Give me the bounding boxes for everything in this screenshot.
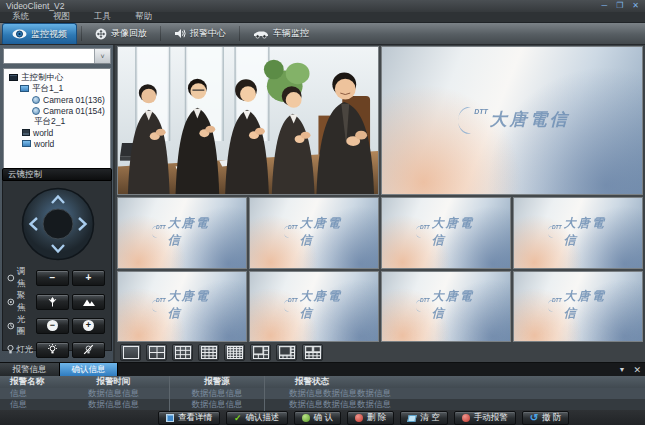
layout-button[interactable] — [172, 344, 193, 361]
toolbar-separator — [160, 26, 161, 41]
logo-abbr: DTT — [474, 108, 488, 115]
grid-layout-icon — [175, 346, 191, 359]
menu-tools[interactable]: 工具 — [82, 11, 123, 23]
server-icon — [22, 129, 30, 136]
minimize-button[interactable]: ─ — [601, 1, 607, 11]
layout-button[interactable] — [198, 344, 219, 361]
tab-alarm-center[interactable]: 报警中心 — [165, 23, 235, 44]
ptz-panel-header[interactable]: 云镜控制 — [2, 168, 112, 181]
tree-item-label: Camera 01(136) — [43, 95, 105, 105]
view-details-button[interactable]: 查看详情 — [158, 411, 220, 425]
datang-logo: DTT 大唐電信 — [414, 215, 478, 249]
layout-button[interactable] — [276, 344, 297, 361]
flower-near-focus-icon — [48, 297, 57, 307]
video-cell-logo[interactable]: DTT 大唐電信 — [117, 271, 247, 343]
tree-item-camera-136[interactable]: Camera 01(136) — [4, 94, 110, 105]
toolbar-separator — [81, 26, 82, 41]
check-icon: ✓ — [234, 413, 242, 423]
clear-button[interactable]: 清 空 — [400, 411, 447, 425]
iris-close-button[interactable]: − — [36, 318, 69, 334]
chevron-down-icon[interactable]: ˅ — [94, 49, 110, 63]
confirm-button[interactable]: 确 认 — [294, 411, 341, 425]
tab-alarm-info[interactable]: 报警信息 — [0, 363, 60, 376]
tab-vehicle-monitor[interactable]: 车辆监控 — [244, 23, 318, 44]
platform-monitor-icon — [22, 140, 31, 147]
tab-playback[interactable]: 录像回放 — [86, 23, 156, 44]
camera-icon — [32, 96, 40, 104]
green-dot-icon — [302, 414, 310, 422]
layout-button[interactable] — [302, 344, 323, 361]
layout-button[interactable] — [250, 344, 271, 361]
video-cell-logo[interactable]: DTT 大唐電信 — [513, 271, 643, 343]
tree-item-label: Camera 01(154) — [43, 106, 105, 116]
tree-item-platform1[interactable]: 平台1_1 — [4, 83, 110, 94]
video-cell-logo[interactable]: DTT 大唐電信 — [117, 197, 247, 269]
tree-item-control-center[interactable]: 主控制中心 — [4, 72, 110, 83]
maximize-button[interactable]: ❐ — [616, 1, 623, 11]
monitor-icon — [9, 74, 18, 81]
logo-abbr: DTT — [288, 298, 298, 304]
datang-logo: DTT 大唐電信 — [150, 215, 214, 249]
ptz-light-row: 灯光 — [7, 341, 105, 358]
iris-icon — [7, 322, 15, 330]
table-row[interactable]: 信息 数据信息信息 数据信息信息 数据信息数据信息数据信息 — [0, 399, 645, 410]
tree-item-camera-154[interactable]: Camera 01(154) — [4, 105, 110, 116]
focus-far-button[interactable] — [72, 294, 105, 310]
tab-confirm-info[interactable]: 确认信息 — [60, 363, 118, 376]
cell-alarm-name: 信息 — [0, 399, 58, 411]
column-alarm-name: 报警名称 — [0, 376, 58, 388]
speaker-icon — [174, 28, 186, 39]
manual-alarm-button[interactable]: 手动报警 — [454, 411, 516, 425]
close-panel-icon[interactable]: ✕ — [633, 365, 641, 375]
layout-button-bar — [117, 343, 645, 362]
menu-view[interactable]: 视图 — [41, 11, 82, 23]
light-on-button[interactable] — [36, 342, 69, 358]
eye-icon — [12, 29, 27, 39]
video-cell-logo[interactable]: DTT 大唐電信 — [249, 271, 379, 343]
table-row[interactable]: 信息 数据信息信息 数据信息信息 数据信息数据信息数据信息 — [0, 388, 645, 399]
collapse-panel-icon[interactable]: ▼ — [619, 366, 626, 373]
grid-layout-icon — [201, 346, 217, 359]
alarm-panel: 报警信息 确认信息 ▼ ✕ 报警名称 报警时间 报警源 报警状态 信息 数据信息… — [0, 362, 645, 425]
disarm-button[interactable]: ↺ 撤 防 — [522, 411, 570, 425]
datang-logo: DTT 大唐電信 — [282, 289, 346, 323]
video-cell-logo[interactable]: DTT 大唐電信 — [381, 197, 511, 269]
ptz-zoom-row: 调焦 − + — [7, 269, 105, 286]
logo-name: 大唐電信 — [300, 215, 346, 249]
video-cell-live[interactable] — [117, 46, 379, 195]
video-cell-logo[interactable]: DTT 大唐電信 — [513, 197, 643, 269]
layout-button[interactable] — [120, 344, 141, 361]
layout-button[interactable] — [146, 344, 167, 361]
layout-button[interactable] — [224, 344, 245, 361]
undo-arrow-icon: ↺ — [530, 413, 538, 423]
logo-abbr: DTT — [420, 224, 430, 230]
zoom-in-button[interactable]: + — [72, 270, 105, 286]
menu-help[interactable]: 帮助 — [123, 11, 164, 23]
video-cell-logo[interactable]: DTT 大唐電信 — [381, 271, 511, 343]
menu-system[interactable]: 系统 — [0, 11, 41, 23]
camera-icon — [32, 107, 40, 115]
confirm-description-button[interactable]: ✓ 确认描述 — [226, 411, 288, 425]
zoom-out-button[interactable]: − — [36, 270, 69, 286]
iris-open-button[interactable]: + — [72, 318, 105, 334]
focus-near-button[interactable] — [36, 294, 69, 310]
ptz-direction-pad[interactable] — [21, 187, 95, 261]
tree-item-world-1[interactable]: world — [4, 127, 110, 138]
logo-name: 大唐電信 — [490, 108, 570, 131]
light-off-button[interactable] — [72, 342, 105, 358]
tree-item-world-2[interactable]: world — [4, 138, 110, 149]
platform-monitor-icon — [20, 85, 29, 92]
tree-item-platform2[interactable]: 平台2_1 — [4, 116, 110, 127]
grid-layout-icon — [227, 346, 243, 359]
live-video-snapshot — [118, 47, 378, 194]
close-button[interactable]: ✕ — [632, 1, 639, 11]
datang-logo: DTT 大唐電信 — [282, 215, 346, 249]
alarm-table-body: 信息 数据信息信息 数据信息信息 数据信息数据信息数据信息 信息 数据信息信息 … — [0, 388, 645, 410]
alarm-button-bar: 查看详情 ✓ 确认描述 确 认 删 除 清 空 手动报警 — [0, 410, 645, 425]
video-cell-logo-large[interactable]: DTT 大唐電信 — [381, 46, 643, 195]
tab-monitor-video[interactable]: 监控视频 — [2, 23, 77, 44]
video-cell-logo[interactable]: DTT 大唐電信 — [249, 197, 379, 269]
car-icon — [253, 29, 269, 39]
device-combobox[interactable]: ˅ — [3, 48, 111, 64]
delete-button[interactable]: 删 除 — [347, 411, 394, 425]
